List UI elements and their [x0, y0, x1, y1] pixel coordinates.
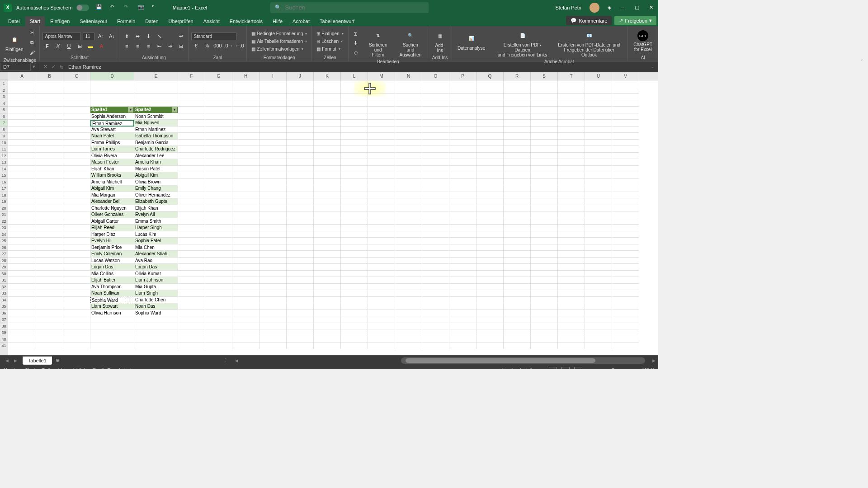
cell-C19[interactable] — [63, 198, 90, 205]
cell-L21[interactable] — [341, 211, 368, 218]
cell-D22[interactable]: Abigail Carter — [90, 218, 134, 225]
row-header-25[interactable]: 25 — [0, 238, 8, 244]
horizontal-scrollbar[interactable] — [401, 357, 645, 364]
format-painter-icon[interactable]: 🖌 — [28, 48, 37, 57]
cell-L5[interactable] — [341, 107, 368, 113]
cell-M35[interactable] — [368, 303, 395, 310]
expand-formula-icon[interactable]: ⌄ — [647, 64, 658, 70]
cell-M4[interactable] — [368, 100, 395, 107]
cell-L9[interactable] — [341, 133, 368, 140]
cell-D36[interactable]: Olivia Harrison — [90, 310, 134, 317]
cell-N21[interactable] — [395, 211, 422, 218]
cell-P20[interactable] — [449, 205, 476, 212]
cell-S39[interactable] — [531, 329, 558, 336]
cell-Q37[interactable] — [476, 316, 504, 323]
row-header-35[interactable]: 35 — [0, 303, 8, 310]
increase-indent-icon[interactable]: ⇥ — [165, 42, 175, 51]
cell-G21[interactable] — [205, 211, 232, 218]
number-format-select[interactable] — [191, 33, 236, 40]
cell-R21[interactable] — [504, 211, 531, 218]
fill-color-icon[interactable]: ▬ — [86, 42, 95, 51]
row-header-26[interactable]: 26 — [0, 244, 8, 251]
cell-S22[interactable] — [531, 218, 558, 225]
cell-F36[interactable] — [178, 310, 205, 317]
cell-I23[interactable] — [259, 225, 287, 231]
cell-G14[interactable] — [205, 166, 232, 173]
conditional-formatting-button[interactable]: ▦Bedingte Formatierung▾ — [250, 30, 309, 37]
select-all-corner[interactable] — [0, 72, 8, 80]
cell-R22[interactable] — [504, 218, 531, 225]
cell-F38[interactable] — [178, 323, 205, 330]
cell-H4[interactable] — [232, 100, 259, 107]
cell-J16[interactable] — [287, 179, 314, 186]
cell-T2[interactable] — [558, 87, 585, 94]
cell-N33[interactable] — [395, 290, 422, 297]
row-header-38[interactable]: 38 — [0, 323, 8, 330]
cell-P22[interactable] — [449, 218, 476, 225]
cell-F37[interactable] — [178, 316, 205, 323]
cell-R41[interactable] — [504, 343, 531, 349]
cell-Q34[interactable] — [476, 297, 504, 304]
cell-Q17[interactable] — [476, 185, 504, 192]
cell-Q24[interactable] — [476, 231, 504, 238]
cell-P34[interactable] — [449, 297, 476, 304]
cell-N39[interactable] — [395, 329, 422, 336]
filter-dropdown-icon[interactable]: ▾ — [128, 107, 133, 113]
cell-Q41[interactable] — [476, 343, 504, 349]
cell-R24[interactable] — [504, 231, 531, 238]
cell-S14[interactable] — [531, 166, 558, 173]
cell-T6[interactable] — [558, 113, 585, 120]
cell-S30[interactable] — [531, 271, 558, 277]
cell-F7[interactable] — [178, 120, 205, 127]
cell-V30[interactable] — [612, 271, 639, 277]
data-analysis-button[interactable]: 📊 Datenanalyse — [455, 31, 488, 52]
cell-A20[interactable] — [8, 205, 36, 212]
cell-D6[interactable]: Sophia Anderson — [90, 113, 134, 120]
cell-M2[interactable] — [368, 87, 395, 94]
cell-L23[interactable] — [341, 225, 368, 231]
cell-J26[interactable] — [287, 244, 314, 251]
cell-O39[interactable] — [422, 329, 449, 336]
cell-I21[interactable] — [259, 211, 287, 218]
row-header-4[interactable]: 4 — [0, 100, 8, 107]
cell-M36[interactable] — [368, 310, 395, 317]
cell-S26[interactable] — [531, 244, 558, 251]
cell-K30[interactable] — [314, 271, 341, 277]
cell-U38[interactable] — [585, 323, 612, 330]
cell-B13[interactable] — [36, 159, 63, 166]
cell-E29[interactable]: Logan Das — [134, 264, 178, 271]
cell-J10[interactable] — [287, 140, 314, 146]
cell-R26[interactable] — [504, 244, 531, 251]
cell-A16[interactable] — [8, 179, 36, 186]
cell-G15[interactable] — [205, 172, 232, 179]
cell-A34[interactable] — [8, 297, 36, 304]
cell-H10[interactable] — [232, 140, 259, 146]
cell-P33[interactable] — [449, 290, 476, 297]
cell-U15[interactable] — [585, 172, 612, 179]
cell-Q26[interactable] — [476, 244, 504, 251]
cell-R2[interactable] — [504, 87, 531, 94]
row-header-8[interactable]: 8 — [0, 127, 8, 133]
cell-A11[interactable] — [8, 146, 36, 153]
cell-B41[interactable] — [36, 343, 63, 349]
row-header-9[interactable]: 9 — [0, 133, 8, 140]
cell-T41[interactable] — [558, 343, 585, 349]
clear-icon[interactable]: ◇ — [351, 48, 360, 57]
cell-B16[interactable] — [36, 179, 63, 186]
cell-L15[interactable] — [341, 172, 368, 179]
col-header-J[interactable]: J — [287, 72, 314, 80]
col-header-P[interactable]: P — [449, 72, 476, 80]
cell-E39[interactable] — [134, 329, 178, 336]
cell-C11[interactable] — [63, 146, 90, 153]
cell-V13[interactable] — [612, 159, 639, 166]
cell-S1[interactable] — [531, 80, 558, 87]
tab-entwicklertools[interactable]: Entwicklertools — [225, 16, 267, 26]
cell-D20[interactable]: Charlotte Nguyen — [90, 205, 134, 212]
cell-S9[interactable] — [531, 133, 558, 140]
cell-L30[interactable] — [341, 271, 368, 277]
row-header-11[interactable]: 11 — [0, 146, 8, 153]
cell-H6[interactable] — [232, 113, 259, 120]
cell-L2[interactable] — [341, 87, 368, 94]
cell-B27[interactable] — [36, 251, 63, 258]
cell-K36[interactable] — [314, 310, 341, 317]
